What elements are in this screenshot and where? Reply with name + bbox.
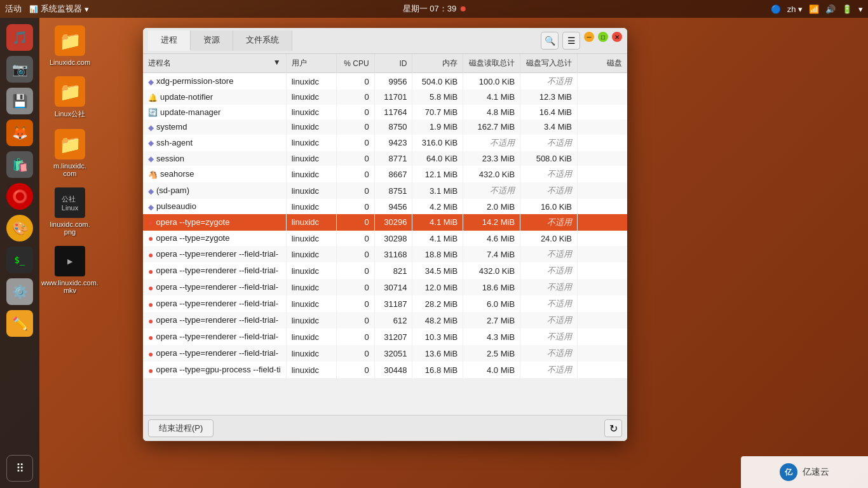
- launcher-item-terminal[interactable]: $_: [4, 245, 36, 274]
- table-row[interactable]: ◆ssh-agent linuxidc 0 9423 316.0 KiB 不适用…: [143, 135, 627, 151]
- launcher-item-color[interactable]: 🎨: [4, 214, 36, 243]
- maximize-button[interactable]: □: [598, 32, 608, 42]
- folder-icon-3: 📁: [55, 129, 85, 159]
- wifi-icon[interactable]: 📶: [809, 4, 819, 14]
- launcher-item-files[interactable]: 💾: [4, 86, 36, 116]
- desktop-icon-png[interactable]: 公社Linux linuxidc.com.png: [44, 187, 95, 236]
- activities-label[interactable]: 活动: [5, 3, 22, 15]
- process-id-cell: 612: [374, 312, 412, 329]
- na-value: 不适用: [547, 249, 572, 259]
- table-row[interactable]: 🔄update-manager linuxidc 0 11764 70.7 Mi…: [143, 105, 627, 120]
- col-header-user[interactable]: 用户: [286, 54, 336, 73]
- process-mem-cell: 10.3 MiB: [412, 329, 463, 345]
- settings-arrow-icon[interactable]: ▾: [858, 4, 863, 14]
- process-diskr-cell: 432.0 KiB: [463, 166, 520, 182]
- process-diskw-cell: 不适用: [520, 246, 578, 262]
- col-header-process[interactable]: 进程名 ▼: [143, 54, 286, 73]
- table-row[interactable]: ◆(sd-pam) linuxidc 0 8751 3.1 MiB 不适用 不适…: [143, 182, 627, 199]
- table-row[interactable]: ●opera --type=renderer --field-trial- li…: [143, 329, 627, 345]
- process-user-cell: linuxidc: [286, 262, 336, 279]
- launcher-item-store[interactable]: 🛍️: [4, 150, 36, 179]
- table-row[interactable]: ●opera --type=renderer --field-trial- li…: [143, 262, 627, 279]
- lang-selector[interactable]: zh ▾: [787, 4, 803, 14]
- desktop-icon-linuxidc[interactable]: 📁 Linuxidc.com: [44, 25, 95, 66]
- launcher-item-music[interactable]: 🎵: [4, 23, 36, 52]
- table-row[interactable]: ●opera --type=renderer --field-trial- li…: [143, 246, 627, 262]
- process-name-cell: ◆pulseaudio: [143, 199, 286, 214]
- minimize-button[interactable]: ─: [584, 32, 594, 42]
- tab-process[interactable]: 进程: [148, 30, 191, 51]
- table-row[interactable]: ●opera --type=renderer --field-trial- li…: [143, 295, 627, 312]
- table-row[interactable]: ◆xdg-permission-store linuxidc 0 9956 50…: [143, 73, 627, 90]
- process-disk-cell: [578, 246, 627, 262]
- process-cpu-cell: 0: [336, 90, 374, 105]
- process-name-cell: ◆xdg-permission-store: [143, 73, 286, 90]
- settings-icon: ⚙️: [6, 278, 33, 305]
- col-header-diskw[interactable]: 磁盘写入总计: [520, 54, 578, 73]
- process-name-cell: ◆session: [143, 151, 286, 166]
- desktop-icon-label-linux-club: Linux公社: [55, 109, 85, 119]
- launcher-item-camera[interactable]: 📷: [4, 55, 36, 84]
- process-id-cell: 8771: [374, 151, 412, 166]
- table-row[interactable]: ◆pulseaudio linuxidc 0 9456 4.2 MiB 2.0 …: [143, 199, 627, 214]
- search-button[interactable]: 🔍: [541, 32, 559, 50]
- end-process-button[interactable]: 结束进程(P): [148, 419, 214, 437]
- process-diskw-cell: 不适用: [520, 312, 578, 329]
- process-table: 进程名 ▼ 用户 % CPU ID 内存 磁盘读取总计 磁盘写入总计 磁盘 ◆x…: [143, 54, 627, 415]
- window-toolbar: 进程 资源 文件系统 🔍 ☰ ─ □ ✕: [143, 28, 627, 54]
- col-header-cpu[interactable]: % CPU: [336, 54, 374, 73]
- volume-icon[interactable]: 🔊: [825, 4, 836, 14]
- launcher-item-opera[interactable]: ⭕: [4, 182, 36, 211]
- process-name-cell: ●opera --type=gpu-process --field-ti: [143, 362, 286, 378]
- process-mem-cell: 4.1 MiB: [412, 214, 463, 231]
- table-row[interactable]: 🐴seahorse linuxidc 0 8667 12.1 MiB 432.0…: [143, 166, 627, 182]
- tab-filesystem[interactable]: 文件系统: [233, 30, 292, 51]
- process-id-cell: 30714: [374, 279, 412, 295]
- table-row[interactable]: ●opera --type=zygote linuxidc 0 30296 4.…: [143, 214, 627, 231]
- process-user-cell: linuxidc: [286, 362, 336, 378]
- na-value: 不适用: [547, 348, 572, 358]
- refresh-button[interactable]: ↻: [604, 419, 622, 437]
- close-button[interactable]: ✕: [612, 32, 622, 42]
- battery-icon[interactable]: 🔋: [842, 4, 852, 14]
- na-value: 不适用: [547, 332, 572, 341]
- ad-panel[interactable]: 亿 亿速云: [741, 456, 868, 488]
- table-row[interactable]: ●opera --type=gpu-process --field-ti lin…: [143, 362, 627, 378]
- desktop-icon-label-mlinuxidc: m.linuxidc.com: [53, 162, 86, 177]
- opera-icon: ⭕: [6, 183, 33, 210]
- table-row[interactable]: ●opera --type=zygote linuxidc 0 30298 4.…: [143, 231, 627, 247]
- launcher-item-appgrid[interactable]: ⠿: [4, 454, 36, 483]
- desktop-icon-mkv[interactable]: ▶ www.linuxidc.com.mkv: [44, 246, 95, 294]
- app-arrow-icon[interactable]: ▾: [85, 4, 89, 14]
- process-cpu-cell: 0: [336, 362, 374, 378]
- lang-arrow-icon: ▾: [798, 4, 803, 14]
- launcher-item-editor[interactable]: ✏️: [4, 309, 36, 338]
- menu-button[interactable]: ☰: [562, 32, 580, 50]
- launcher-item-settings[interactable]: ⚙️: [4, 277, 36, 306]
- col-header-id[interactable]: ID: [374, 54, 412, 73]
- col-header-mem[interactable]: 内存: [412, 54, 463, 73]
- color-icon: 🎨: [6, 215, 33, 241]
- process-disk-cell: [578, 182, 627, 199]
- desktop-icon-linux-club[interactable]: 📁 Linux公社: [44, 76, 95, 119]
- desktop-icon-mlinuxidc[interactable]: 📁 m.linuxidc.com: [44, 129, 95, 177]
- table-row[interactable]: ◆systemd linuxidc 0 8750 1.9 MiB 162.7 M…: [143, 119, 627, 135]
- table-row[interactable]: ●opera --type=renderer --field-trial- li…: [143, 312, 627, 329]
- app-name-topbar[interactable]: 系统监视器: [41, 3, 82, 15]
- table-row[interactable]: ◆session linuxidc 0 8771 64.0 KiB 23.3 M…: [143, 151, 627, 166]
- folder-icon: 📁: [55, 25, 85, 56]
- table-row[interactable]: ●opera --type=renderer --field-trial- li…: [143, 345, 627, 362]
- process-cpu-cell: 0: [336, 135, 374, 151]
- process-cpu-cell: 0: [336, 73, 374, 90]
- table-row[interactable]: 🔔update-notifier linuxidc 0 11701 5.8 Mi…: [143, 90, 627, 105]
- bluetooth-icon[interactable]: 🔵: [771, 4, 781, 14]
- tab-resource[interactable]: 资源: [191, 30, 233, 51]
- col-header-diskr[interactable]: 磁盘读取总计: [463, 54, 520, 73]
- process-icon: 🐴: [148, 170, 158, 179]
- process-diskw-cell: 3.4 MiB: [520, 119, 578, 135]
- launcher-item-firefox[interactable]: 🦊: [4, 118, 36, 147]
- process-mem-cell: 4.1 MiB: [412, 231, 463, 247]
- process-name-cell: ●opera --type=renderer --field-trial-: [143, 246, 286, 262]
- col-header-disk[interactable]: 磁盘: [578, 54, 627, 73]
- table-row[interactable]: ●opera --type=renderer --field-trial- li…: [143, 279, 627, 295]
